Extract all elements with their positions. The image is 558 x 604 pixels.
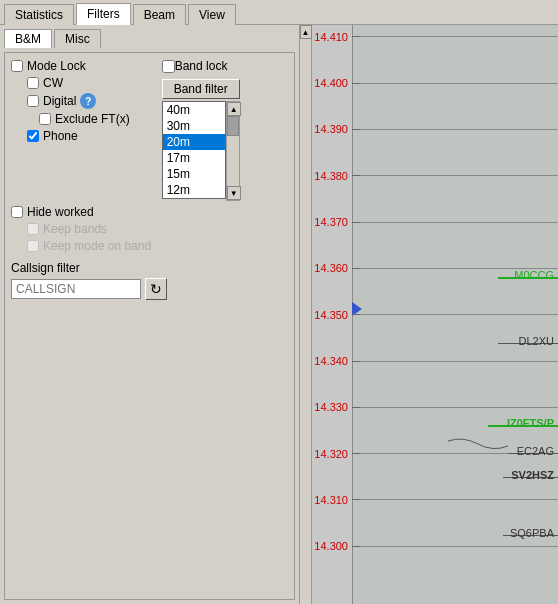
left-panel: B&M Misc Mode Lock CW — [0, 25, 300, 604]
freq-tick — [352, 129, 360, 130]
freq-label: 14.390 — [300, 123, 352, 135]
band-list-item[interactable]: 20m — [163, 134, 225, 150]
callsign-filter-label: Callsign filter — [11, 261, 288, 275]
freq-label: 14.340 — [300, 355, 352, 367]
help-icon[interactable]: ? — [80, 93, 96, 109]
freq-line: 14.300 — [300, 540, 558, 552]
tab-statistics[interactable]: Statistics — [4, 4, 74, 25]
mode-lock-checkbox[interactable] — [11, 60, 23, 72]
freq-line: 14.390 — [300, 123, 558, 135]
scroll-up-btn[interactable]: ▲ — [227, 102, 241, 116]
station-label: M0CCG — [514, 269, 554, 281]
freq-label: 14.310 — [300, 494, 352, 506]
tab-misc[interactable]: Misc — [54, 29, 101, 48]
freq-label: 14.350 — [300, 309, 352, 321]
freq-tick — [352, 546, 360, 547]
exclude-ft-checkbox[interactable] — [39, 113, 51, 125]
callsign-section: Callsign filter ↻ — [11, 261, 288, 300]
freq-horiz-line — [360, 83, 558, 84]
hide-worked-label: Hide worked — [27, 205, 94, 219]
band-lock-label: Band lock — [175, 59, 228, 73]
phone-checkbox[interactable] — [27, 130, 39, 142]
keep-mode-on-band-label: Keep mode on band — [43, 239, 151, 253]
keep-bands-label: Keep bands — [43, 222, 107, 236]
hide-worked-row: Hide worked — [11, 205, 288, 219]
freq-line: 14.330 — [300, 401, 558, 413]
keep-bands-row: Keep bands — [27, 222, 288, 236]
freq-tick — [352, 453, 360, 454]
keep-mode-on-band-checkbox[interactable] — [27, 240, 39, 252]
cw-checkbox[interactable] — [27, 77, 39, 89]
freq-label: 14.360 — [300, 262, 352, 274]
station-label: IZ0FTS/P — [507, 417, 554, 429]
refresh-button[interactable]: ↻ — [145, 278, 167, 300]
freq-tick — [352, 175, 360, 176]
tab-view[interactable]: View — [188, 4, 236, 25]
freq-label: 14.400 — [300, 77, 352, 89]
hide-worked-checkbox[interactable] — [11, 206, 23, 218]
tab-filters[interactable]: Filters — [76, 3, 131, 25]
band-list-item[interactable]: 40m — [163, 102, 225, 118]
band-scrollbar[interactable]: ▲ ▼ — [226, 101, 240, 201]
cw-label: CW — [43, 76, 63, 90]
freq-label: 14.370 — [300, 216, 352, 228]
freq-horiz-line — [360, 407, 558, 408]
band-filter-button[interactable]: Band filter — [162, 79, 240, 99]
freq-line: 14.350 — [300, 309, 558, 321]
hide-worked-section: Hide worked Keep bands Keep mode on band — [11, 205, 288, 253]
freq-tick — [352, 314, 360, 315]
mode-lock-section: Mode Lock CW Digital ? Exclude FT(x) — [11, 59, 130, 146]
freq-label: 14.320 — [300, 448, 352, 460]
freq-horiz-line — [360, 129, 558, 130]
freq-line: 14.410 — [300, 31, 558, 43]
band-lock-checkbox[interactable] — [162, 60, 175, 73]
callsign-input[interactable] — [11, 279, 141, 299]
mode-lock-label: Mode Lock — [27, 59, 86, 73]
freq-tick — [352, 36, 360, 37]
tab-bm[interactable]: B&M — [4, 29, 52, 48]
station-label: SQ6PBA — [510, 527, 554, 539]
freq-tick — [352, 268, 360, 269]
band-list-item[interactable]: 30m — [163, 118, 225, 134]
scroll-thumb[interactable] — [227, 116, 239, 136]
freq-horiz-line — [360, 361, 558, 362]
freq-horiz-line — [360, 546, 558, 547]
scroll-track — [227, 116, 239, 186]
freq-tick — [352, 222, 360, 223]
freq-tick — [352, 499, 360, 500]
freq-line: 14.310 — [300, 494, 558, 506]
phone-row: Phone — [27, 129, 130, 143]
digital-checkbox[interactable] — [27, 95, 39, 107]
freq-label: 14.410 — [300, 31, 352, 43]
wavy-line — [448, 436, 508, 461]
freq-line: 14.380 — [300, 170, 558, 182]
freq-horiz-line — [360, 36, 558, 37]
digital-row: Digital ? — [27, 93, 130, 109]
freq-line: 14.370 — [300, 216, 558, 228]
main-area: B&M Misc Mode Lock CW — [0, 25, 558, 604]
freq-label: 14.380 — [300, 170, 352, 182]
freq-tick — [352, 361, 360, 362]
freq-line: 14.340 — [300, 355, 558, 367]
band-list[interactable]: 40m30m20m17m15m12m10m2m — [162, 101, 226, 199]
freq-line: 14.400 — [300, 77, 558, 89]
sub-tab-bar: B&M Misc — [4, 29, 295, 48]
mode-lock-row: Mode Lock — [11, 59, 130, 73]
station-label: EC2AG — [517, 445, 554, 457]
digital-label: Digital — [43, 94, 76, 108]
keep-bands-checkbox[interactable] — [27, 223, 39, 235]
filter-panel: Mode Lock CW Digital ? Exclude FT(x) — [4, 52, 295, 600]
band-list-item[interactable]: 12m — [163, 182, 225, 198]
band-list-item[interactable]: 15m — [163, 166, 225, 182]
station-label: SV2HSZ — [511, 469, 554, 481]
tab-beam[interactable]: Beam — [133, 4, 186, 25]
exclude-ft-label: Exclude FT(x) — [55, 112, 130, 126]
top-filter-row: Mode Lock CW Digital ? Exclude FT(x) — [11, 59, 288, 201]
freq-tick — [352, 83, 360, 84]
band-list-item[interactable]: 10m — [163, 198, 225, 199]
band-list-item[interactable]: 17m — [163, 150, 225, 166]
freq-label: 14.300 — [300, 540, 352, 552]
freq-tick — [352, 407, 360, 408]
phone-label: Phone — [43, 129, 78, 143]
scroll-down-btn[interactable]: ▼ — [227, 186, 241, 200]
